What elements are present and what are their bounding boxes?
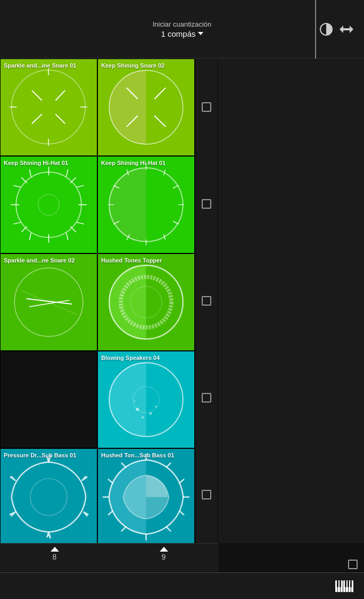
svg-line-6: [32, 114, 42, 124]
svg-line-50: [22, 291, 77, 315]
checkbox-spacer-2: [202, 155, 211, 252]
svg-line-69: [122, 527, 126, 531]
svg-point-61: [30, 479, 67, 515]
nav-number-2: 9: [162, 553, 166, 561]
grid-area: Sparkle and...ine Snare 01 Keep Shining …: [0, 59, 218, 543]
svg-line-24: [22, 227, 27, 232]
checkbox-spacer-3: [202, 252, 211, 349]
svg-line-43: [173, 221, 178, 224]
svg-line-67: [167, 527, 171, 531]
contrast-icon[interactable]: [319, 22, 333, 36]
piano-icon[interactable]: [335, 580, 353, 592]
svg-line-23: [71, 178, 76, 183]
row-checkbox-5[interactable]: [202, 490, 211, 499]
cell-visual: [1, 157, 97, 253]
svg-line-72: [109, 479, 113, 483]
svg-line-28: [14, 223, 21, 224]
svg-line-26: [67, 170, 68, 177]
scroll-line: [315, 0, 316, 59]
quantize-label: Iniciar cuantización: [153, 20, 212, 28]
cell-visual: [98, 59, 194, 155]
svg-point-33: [38, 194, 60, 216]
cell-label: Blowing Speakers 04: [101, 355, 160, 362]
svg-point-2: [12, 70, 85, 144]
cell-label: Sparkle and...ne Snare 02: [4, 257, 75, 264]
cell-visual: [1, 449, 97, 543]
svg-line-22: [71, 227, 76, 232]
nav-up-chevron-2[interactable]: [160, 547, 168, 552]
cell-label: Hushed Ton...Sub Bass 01: [101, 452, 174, 459]
svg-line-73: [122, 463, 126, 467]
grid-row: Keep Shining Hi-Hat 01: [0, 156, 197, 253]
svg-rect-85: [350, 580, 352, 587]
svg-line-31: [77, 185, 84, 187]
grid-cell[interactable]: Sparkle and...ne Snare 02: [0, 253, 97, 351]
grid-row: Sparkle and...ne Snare 02 Hushed Tones T…: [0, 253, 197, 351]
quantize-value-text: 1 compás: [161, 29, 195, 38]
top-right-icons: [319, 22, 353, 36]
svg-line-63: [167, 463, 171, 467]
cell-visual: [1, 59, 97, 155]
svg-line-70: [109, 511, 113, 515]
cell-label: Keep Shining Hi-Hat 01: [4, 160, 68, 167]
cell-label: Hushed Tones Topper: [101, 257, 162, 264]
svg-line-66: [179, 511, 184, 515]
grid-cell[interactable]: Hushed Ton...Sub Bass 01: [97, 448, 195, 543]
nav-up-chevron-1[interactable]: [51, 547, 59, 552]
grid-cell[interactable]: Keep Shining Hi-Hat 01: [0, 156, 97, 253]
cell-visual: [98, 254, 194, 350]
grid-cell[interactable]: Keep Shining Snare 02: [97, 59, 195, 156]
svg-line-30: [67, 233, 68, 240]
grid-cell-empty: [0, 351, 97, 448]
svg-line-13: [155, 116, 166, 127]
cell-visual: [98, 157, 194, 253]
bottom-nav: 8 9: [0, 543, 218, 572]
bottom-row-checkbox[interactable]: [348, 560, 358, 569]
checkbox-spacer-4: [202, 349, 211, 446]
cell-label: Keep Shining Hi-Hat 01: [101, 160, 166, 167]
quantize-value[interactable]: 1 compás: [161, 29, 203, 38]
cell-visual: [98, 449, 194, 543]
row-checkbox-4[interactable]: [202, 393, 211, 403]
svg-line-32: [77, 223, 84, 224]
row-checkbox-1[interactable]: [202, 102, 211, 112]
row-checkbox-3[interactable]: [202, 296, 211, 306]
svg-rect-82: [340, 580, 341, 587]
cell-label: Keep Shining Snare 02: [101, 62, 164, 69]
top-bar: Iniciar cuantización 1 compás: [0, 0, 364, 59]
grid-cell[interactable]: Blowing Speakers 04: [97, 351, 195, 448]
svg-point-59: [134, 400, 136, 402]
svg-point-57: [149, 412, 152, 415]
svg-line-45: [173, 185, 178, 188]
grid-row: Sparkle and...ine Snare 01 Keep Shining …: [0, 59, 197, 156]
svg-rect-81: [337, 580, 338, 587]
checkbox-spacer-5: [202, 446, 211, 543]
svg-line-14: [155, 88, 166, 99]
svg-line-5: [56, 91, 65, 100]
bottom-toolbar: [0, 572, 364, 599]
nav-col-1: 8: [0, 547, 109, 561]
grid-cell[interactable]: Sparkle and...ine Snare 01: [0, 59, 97, 156]
grid-row: Pressure Dr...Sub Bass 01 Hushed Ton...S…: [0, 448, 197, 543]
grid-row: Blowing Speakers 04: [0, 351, 197, 448]
grid-cell[interactable]: Keep Shining Hi-Hat 01: [97, 156, 195, 253]
chevron-down-icon: [198, 32, 203, 35]
svg-marker-1: [340, 26, 353, 33]
quantize-section: Iniciar cuantización 1 compás: [153, 20, 212, 38]
cell-visual: [1, 254, 97, 350]
grid-cell[interactable]: Hushed Tones Topper: [97, 253, 195, 351]
cell-label: Pressure Dr...Sub Bass 01: [4, 452, 76, 459]
svg-line-64: [179, 479, 184, 483]
keyboard-icon[interactable]: [335, 580, 353, 592]
expand-icon[interactable]: [340, 24, 353, 35]
grid-cell[interactable]: Pressure Dr...Sub Bass 01: [0, 448, 97, 543]
cell-label: Sparkle and...ine Snare 01: [4, 62, 76, 69]
svg-rect-84: [348, 580, 349, 587]
svg-line-21: [22, 178, 27, 183]
row-checkbox-2[interactable]: [202, 199, 211, 209]
svg-rect-83: [345, 580, 346, 587]
nav-number-1: 8: [53, 553, 57, 561]
svg-line-27: [14, 185, 21, 187]
svg-line-29: [29, 233, 31, 240]
cell-visual: [98, 351, 194, 448]
